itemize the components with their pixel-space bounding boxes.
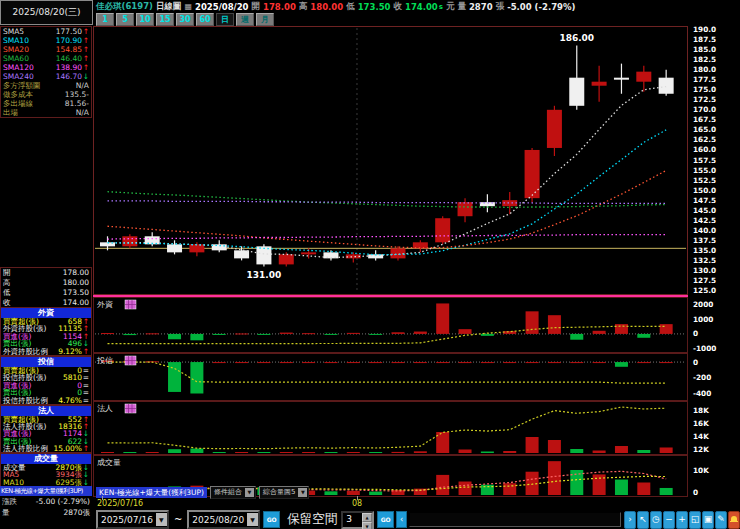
panel-bar: [459, 450, 472, 454]
open-label: 開: [252, 1, 261, 13]
panel-bar: [459, 362, 472, 363]
panel-axis-tick: 18K: [693, 406, 709, 415]
panel-bar: [101, 333, 114, 334]
strategy-toolbar: KEN-極光線+爆大量(獲利3UP) 條件組合 ▼ 綜合量圖5 ▼: [96, 486, 309, 498]
calendar-grid-icon[interactable]: ▦: [184, 2, 192, 11]
status-strip: [409, 512, 621, 527]
bell-shape: [731, 516, 737, 521]
candle-body: [279, 254, 294, 264]
panel-axis-tick: 1000: [693, 315, 713, 324]
ma-line-sma5: [108, 87, 667, 258]
y-axis-tick: 160.0: [693, 145, 716, 154]
candle-body: [569, 78, 584, 106]
reserve-space-stepper[interactable]: 3 ▲ ▼: [341, 511, 374, 529]
panel-bar: [213, 452, 226, 453]
spin-down-icon[interactable]: ▼: [362, 522, 372, 529]
chevron-down-icon[interactable]: ▼: [156, 513, 167, 526]
row-value: 138.90: [56, 63, 82, 72]
go-button[interactable]: GO: [263, 511, 280, 528]
y-axis-tick: 132.5: [693, 256, 716, 265]
volume-value: 2870: [469, 2, 493, 12]
y-axis-tick: 137.5: [693, 236, 716, 245]
y-axis-tick: 187.5: [693, 35, 716, 44]
panel-bar: [481, 334, 494, 336]
volume-value: 2870張: [63, 508, 90, 518]
period-button-週[interactable]: 週: [236, 13, 254, 26]
panel-axis-tick: -400: [693, 389, 711, 398]
bottom-controls: 2025/07/16 ▼ ~ 2025/08/20 ▼ GO 保留空間 3 ▲ …: [93, 510, 740, 529]
zoom-out-icon[interactable]: −: [663, 511, 675, 529]
candle-body: [435, 218, 450, 242]
period-button-5[interactable]: 5: [116, 13, 134, 26]
panel-bar: [123, 334, 136, 335]
alert-bell-icon[interactable]: [728, 511, 740, 529]
panel-bar: [414, 332, 427, 334]
y-axis-tick: 177.5: [693, 75, 716, 84]
next-icon[interactable]: ›: [624, 511, 636, 529]
clock-icon[interactable]: ◷: [650, 511, 662, 529]
draw-pencil-icon[interactable]: ✎: [715, 511, 727, 529]
y-axis-tick: 165.0: [693, 125, 716, 134]
period-button-15[interactable]: 15: [156, 13, 174, 26]
chevron-down-icon[interactable]: ▼: [298, 488, 307, 497]
period-button-60[interactable]: 60: [196, 13, 214, 26]
panel-bar: [637, 362, 650, 363]
range-separator: ~: [174, 514, 182, 525]
panel-bar: [593, 362, 606, 363]
y-axis-tick: 147.5: [693, 196, 716, 205]
sidebar-row: 高180.00: [1, 278, 91, 288]
reserve-space-label: 保留空間: [287, 511, 337, 528]
layout-combo[interactable]: 綜合量圖5 ▼: [259, 486, 309, 499]
y-axis-tick: 152.5: [693, 176, 716, 185]
row-value: 154.85: [56, 45, 82, 54]
chevron-down-icon[interactable]: ▼: [247, 513, 258, 526]
condition-combo[interactable]: 條件組合 ▼: [210, 486, 256, 499]
y-axis-tick: 185.0: [693, 45, 716, 54]
date-to-value: 2025/08/20: [189, 515, 247, 525]
panel-bar: [235, 452, 248, 453]
collapse-left-icon[interactable]: ‹: [396, 511, 407, 528]
resize-icon[interactable]: ◱: [689, 511, 701, 529]
row-value: N/A: [76, 81, 89, 90]
strategy-name-label[interactable]: KEN-極光線+爆大量(獲利3UP): [96, 487, 207, 498]
panel-bar: [302, 333, 315, 334]
panel-bar: [548, 440, 561, 453]
cursor-icon[interactable]: ↖: [637, 511, 649, 529]
row-value: 170.90: [56, 36, 82, 45]
zoom-in-icon[interactable]: +: [676, 511, 688, 529]
volume-label: 量: [457, 1, 466, 13]
maximize-icon[interactable]: ▣: [702, 511, 714, 529]
spin-up-icon[interactable]: ▲: [362, 513, 372, 522]
panel-bar: [324, 334, 337, 335]
panel-label: 法人: [97, 404, 113, 413]
trend-mark: =: [82, 397, 89, 404]
chevron-down-icon[interactable]: ▼: [245, 488, 254, 497]
row-label: SMA240: [3, 72, 34, 81]
date-from-picker[interactable]: 2025/07/16 ▼: [96, 510, 169, 529]
panel-bar: [302, 452, 315, 453]
sidebar-row: SMA5177.50↑: [1, 27, 91, 36]
sidebar-section: 法人買賣超(張)552↑法人持股(張)18316↑買進(張)1174↓賣出(張)…: [0, 405, 92, 453]
row-value: 178.00: [63, 268, 89, 278]
period-button-30[interactable]: 30: [176, 13, 194, 26]
period-button-1[interactable]: 1: [96, 13, 114, 26]
unit-label: 元: [446, 1, 455, 13]
y-axis-tick: 162.5: [693, 135, 716, 144]
period-button-月[interactable]: 月: [256, 13, 274, 26]
panel-bar: [369, 362, 382, 363]
period-button-日[interactable]: 日: [216, 13, 234, 26]
panel-bar: [459, 482, 472, 495]
row-value: N/A: [76, 108, 89, 117]
panel-bar: [146, 452, 159, 453]
high-value: 180.00: [310, 2, 343, 12]
trend-mark: ↓: [82, 479, 89, 486]
sidebar-section: 成交量成交量2870張↓MA53934張↓MA106295張↓: [0, 453, 92, 487]
panel-bar: [503, 331, 516, 334]
go-button[interactable]: GO: [377, 511, 394, 528]
panel-法人: 18K16K14K12K法人: [93, 401, 740, 455]
period-button-10[interactable]: 10: [136, 13, 154, 26]
strategy-name-label[interactable]: KEN-極光線+爆大量(獲利3UP): [0, 486, 92, 496]
date-to-picker[interactable]: 2025/08/20 ▼: [187, 510, 260, 529]
panel-bar: [324, 491, 337, 495]
panel-axis-tick: 2000: [693, 300, 713, 309]
